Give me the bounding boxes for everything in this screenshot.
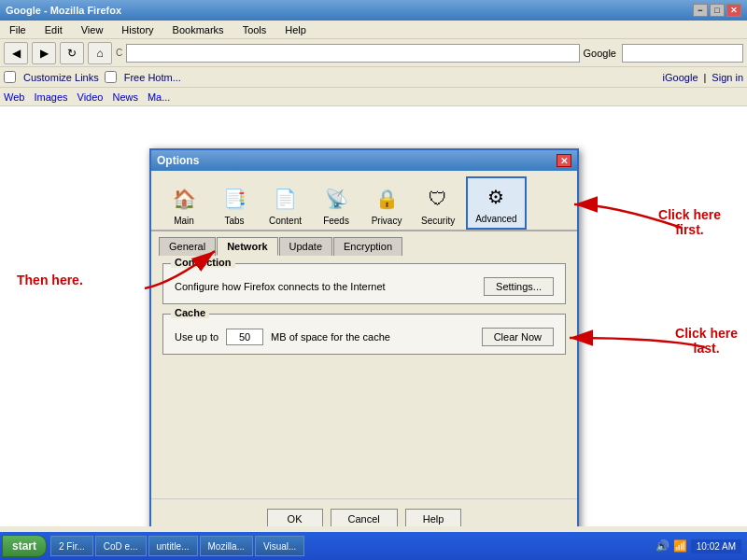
menu-help[interactable]: Help (279, 22, 312, 37)
taskbar-item-firefox[interactable]: 2 Fir... (50, 536, 93, 556)
annotation-click-last: Click herelast. (675, 326, 738, 356)
toolbar-content[interactable]: 📄 Content (261, 180, 309, 230)
cache-legend: Cache (171, 307, 209, 318)
content-area: Options ✕ 🏠 Main 📑 Tabs 📄 Content 📡 Feed… (0, 106, 747, 526)
web-tab-news[interactable]: News (112, 91, 138, 103)
search-input[interactable] (622, 44, 743, 63)
toolbar-feeds[interactable]: 📡 Feeds (313, 180, 359, 230)
main-icon: 🏠 (169, 184, 199, 214)
tab-general[interactable]: General (159, 237, 216, 256)
web-tab-more[interactable]: Ma... (148, 91, 170, 103)
start-button[interactable]: start (2, 535, 47, 557)
google-search-label: Google (584, 48, 616, 59)
privacy-label: Privacy (372, 216, 402, 226)
clear-now-button[interactable]: Clear Now (482, 328, 554, 346)
settings-button[interactable]: Settings... (484, 277, 554, 296)
menu-history[interactable]: History (116, 22, 159, 37)
customize-links[interactable]: Customize Links (23, 72, 99, 83)
dialog-footer: OK Cancel Help (151, 498, 577, 526)
toolbar-privacy[interactable]: 🔒 Privacy (363, 180, 410, 230)
dialog-close-button[interactable]: ✕ (557, 154, 571, 167)
address-bar[interactable] (126, 44, 579, 63)
browser-title-bar: Google - Mozilla Firefox − □ ✕ (0, 0, 747, 21)
main-label: Main (174, 216, 194, 226)
tab-update[interactable]: Update (279, 237, 332, 256)
content-label: Content (269, 216, 302, 226)
menu-bar: File Edit View History Bookmarks Tools H… (0, 21, 747, 39)
home-button[interactable]: ⌂ (88, 42, 112, 64)
web-tab-web[interactable]: Web (4, 91, 24, 103)
toolbar-main[interactable]: 🏠 Main (161, 180, 207, 230)
security-icon: 🛡 (423, 184, 453, 214)
web-tab-images[interactable]: Images (34, 91, 67, 103)
ok-button[interactable]: OK (267, 509, 323, 526)
reload-button[interactable]: ↻ (60, 42, 84, 64)
cache-size-input[interactable] (226, 329, 263, 345)
separator: | (704, 72, 707, 83)
tabs-label: Tabs (224, 216, 244, 226)
forward-button[interactable]: ▶ (32, 42, 56, 64)
use-up-to-label: Use up to (175, 331, 218, 343)
browser-close-button[interactable]: ✕ (726, 4, 741, 17)
advanced-label: Advanced (475, 214, 516, 224)
toolbar-tabs[interactable]: 📑 Tabs (211, 180, 258, 230)
toolbar-advanced[interactable]: ⚙ Advanced (466, 176, 526, 230)
menu-tools[interactable]: Tools (237, 22, 273, 37)
free-hotmail-checkbox[interactable] (105, 71, 117, 83)
annotation-then-here: Then here. (17, 273, 83, 287)
taskbar-item-visual[interactable]: Visual... (255, 536, 304, 556)
connection-row: Configure how Firefox connects to the In… (175, 277, 554, 296)
taskbar-right: 🔊 📶 10:02 AM (652, 539, 745, 553)
address-label: C (116, 48, 122, 58)
tab-network[interactable]: Network (217, 237, 277, 256)
cache-row: Use up to MB of space for the cache Clea… (175, 328, 554, 346)
connection-label: Configure how Firefox connects to the In… (175, 281, 386, 292)
maximize-button[interactable]: □ (710, 4, 725, 17)
taskbar-item-mozilla[interactable]: Mozilla... (200, 536, 253, 556)
connection-legend: Connection (171, 257, 235, 268)
clock: 10:02 AM (691, 539, 741, 553)
connection-section: Connection Configure how Firefox connect… (162, 263, 566, 304)
cancel-button[interactable]: Cancel (331, 509, 398, 526)
security-label: Security (421, 216, 455, 226)
title-buttons: − □ ✕ (693, 4, 741, 17)
dialog-toolbar: 🏠 Main 📑 Tabs 📄 Content 📡 Feeds 🔒 Privac… (151, 171, 577, 231)
content-icon: 📄 (271, 184, 301, 214)
privacy-icon: 🔒 (372, 184, 402, 214)
options-dialog: Options ✕ 🏠 Main 📑 Tabs 📄 Content 📡 Feed… (149, 148, 579, 526)
sign-in-link[interactable]: Sign in (712, 72, 743, 83)
menu-file[interactable]: File (4, 22, 32, 37)
feeds-label: Feeds (323, 216, 349, 226)
nav-toolbar: ◀ ▶ ↻ ⌂ C Google (0, 39, 747, 67)
taskbar: start 2 Fir... CoD e... untitle... Mozil… (0, 532, 747, 560)
taskbar-item-code[interactable]: CoD e... (95, 536, 147, 556)
toolbar-security[interactable]: 🛡 Security (414, 180, 462, 230)
customize-checkbox[interactable] (4, 71, 16, 83)
bookmarks-bar: Customize Links Free Hotm... iGoogle | S… (0, 67, 747, 88)
advanced-icon: ⚙ (481, 182, 511, 212)
dialog-content: Connection Configure how Firefox connect… (151, 256, 577, 498)
menu-view[interactable]: View (76, 22, 109, 37)
cache-section: Cache Use up to MB of space for the cach… (162, 314, 566, 355)
menu-edit[interactable]: Edit (39, 22, 68, 37)
browser-title: Google - Mozilla Firefox (6, 5, 693, 16)
annotation-click-first: Click herefirst. (658, 207, 721, 237)
web-tabs-bar: Web Images Video News Ma... (0, 88, 747, 106)
dialog-inner-tabs: General Network Update Encryption (151, 231, 577, 256)
igoogle-link[interactable]: iGoogle (663, 72, 698, 83)
back-button[interactable]: ◀ (4, 42, 28, 64)
mb-label: MB of space for the cache (271, 331, 390, 343)
tabs-icon: 📑 (219, 184, 249, 214)
help-button[interactable]: Help (405, 509, 462, 526)
free-hotmail-link[interactable]: Free Hotm... (124, 72, 181, 83)
dialog-title: Options (157, 154, 557, 167)
taskbar-item-untitled[interactable]: untitle... (148, 536, 198, 556)
taskbar-items: 2 Fir... CoD e... untitle... Mozilla... … (50, 536, 652, 556)
system-tray-icons: 🔊 📶 (655, 539, 686, 553)
minimize-button[interactable]: − (693, 4, 708, 17)
menu-bookmarks[interactable]: Bookmarks (167, 22, 230, 37)
tab-encryption[interactable]: Encryption (333, 237, 402, 256)
feeds-icon: 📡 (321, 184, 351, 214)
dialog-title-bar: Options ✕ (151, 150, 577, 171)
web-tab-video[interactable]: Video (78, 91, 104, 103)
